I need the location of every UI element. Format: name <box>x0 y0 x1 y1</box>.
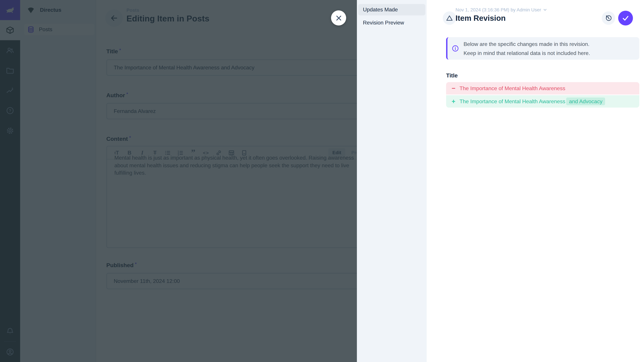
close-drawer-button[interactable] <box>331 10 346 25</box>
diff-field-label: Title <box>446 72 458 79</box>
drawer-main: Nov 1, 2024 (3:16:36 PM) by Admin User I… <box>427 0 644 362</box>
diff-removed-text: The Importance of Mental Health Awarenes… <box>460 85 565 91</box>
diff-added-base: The Importance of Mental Health Awarenes… <box>460 98 565 104</box>
revision-meta-text: Nov 1, 2024 (3:16:36 PM) by Admin User <box>456 7 541 12</box>
drawer-nav-updates-made[interactable]: Updates Made <box>358 4 425 15</box>
drawer-titles: Nov 1, 2024 (3:16:36 PM) by Admin User I… <box>456 7 548 23</box>
diff-added-row: + The Importance of Mental Health Awaren… <box>446 95 639 108</box>
revision-drawer: Updates Made Revision Preview Nov 1, 202… <box>357 0 644 362</box>
check-icon <box>622 14 630 22</box>
history-icon <box>604 14 612 22</box>
chevron-down-icon <box>543 7 548 12</box>
info-icon <box>452 44 459 52</box>
diff-added-highlight: and Advocacy <box>566 97 605 105</box>
warning-triangle-icon <box>446 14 454 22</box>
revision-meta[interactable]: Nov 1, 2024 (3:16:36 PM) by Admin User <box>456 7 548 12</box>
notice-line-1: Below are the specific changes made in t… <box>464 39 590 48</box>
close-icon <box>334 14 343 22</box>
directus-app: ? <box>0 0 644 362</box>
revert-button[interactable] <box>602 11 615 25</box>
drawer-title: Item Revision <box>456 13 548 23</box>
minus-icon: − <box>451 86 456 91</box>
drawer-nav: Updates Made Revision Preview <box>357 0 427 362</box>
diff-removed-row: − The Importance of Mental Health Awaren… <box>446 82 639 94</box>
drawer-nav-revision-preview[interactable]: Revision Preview <box>358 17 425 28</box>
plus-icon: + <box>451 99 456 104</box>
diff-added-text: The Importance of Mental Health Awarenes… <box>460 98 605 104</box>
revision-notice: Below are the specific changes made in t… <box>446 37 639 60</box>
notice-line-2: Keep in mind that relational data is not… <box>464 48 590 57</box>
notice-text: Below are the specific changes made in t… <box>464 39 590 57</box>
revision-type-badge <box>443 11 456 25</box>
accept-button[interactable] <box>618 11 633 25</box>
